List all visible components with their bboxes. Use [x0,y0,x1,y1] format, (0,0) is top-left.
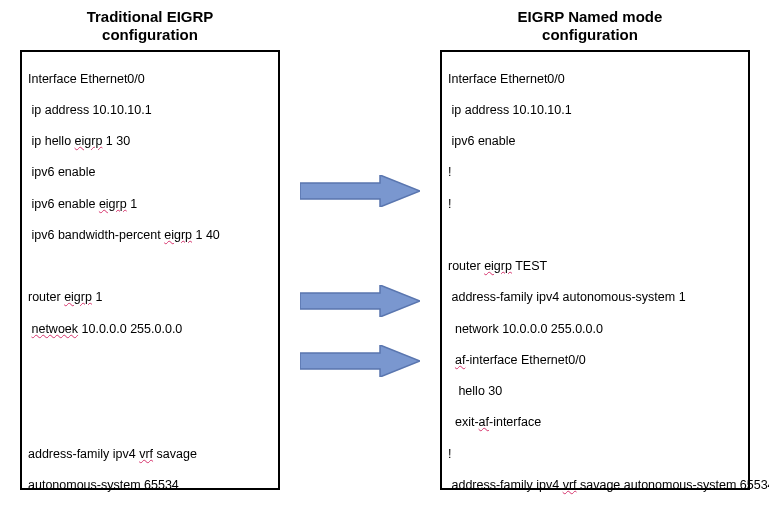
traditional-config-box: Interface Ethernet0/0 ip address 10.10.1… [20,50,280,490]
cfg-line: ! [448,197,742,213]
cfg-line: netwoek 10.0.0.0 255.0.0.0 [28,322,272,338]
arrow-icon [300,285,420,317]
cfg-line: ipv6 enable [448,134,742,150]
cfg-line: Interface Ethernet0/0 [28,72,272,88]
svg-marker-1 [300,285,420,317]
cfg-line: af-interface Ethernet0/0 [448,353,742,369]
arrow-icon [300,345,420,377]
cfg-line: address-family ipv4 autonomous-system 1 [448,290,742,306]
cfg-line: router eigrp TEST [448,259,742,275]
right-title-line1: EIGRP Named mode [518,8,663,25]
cfg-line [448,228,742,244]
cfg-line: address-family ipv4 vrf savage [28,447,272,463]
cfg-line: network 10.0.0.0 255.0.0.0 [448,322,742,338]
cfg-line: ip address 10.10.10.1 [448,103,742,119]
cfg-line: ipv6 enable eigrp 1 [28,197,272,213]
arrow-icon [300,175,420,207]
named-mode-config-box: Interface Ethernet0/0 ip address 10.10.1… [440,50,750,490]
cfg-line: ip hello eigrp 1 30 [28,134,272,150]
left-title: Traditional EIGRP configuration [50,8,250,44]
cfg-line: exit-af-interface [448,415,742,431]
cfg-line: router eigrp 1 [28,290,272,306]
cfg-line: ! [448,447,742,463]
cfg-line: autonomous-system 65534 [28,478,272,494]
cfg-line: ! [448,165,742,181]
cfg-line [28,353,272,369]
cfg-line [28,259,272,275]
right-title: EIGRP Named mode configuration [480,8,700,44]
cfg-line: hello 30 [448,384,742,400]
cfg-line [28,384,272,400]
cfg-line: ipv6 enable [28,165,272,181]
right-title-line2: configuration [542,26,638,43]
svg-marker-2 [300,345,420,377]
cfg-line [28,415,272,431]
cfg-line: ipv6 bandwidth-percent eigrp 1 40 [28,228,272,244]
cfg-line: Interface Ethernet0/0 [448,72,742,88]
cfg-line: ip address 10.10.10.1 [28,103,272,119]
cfg-line: address-family ipv4 vrf savage autonomou… [448,478,742,494]
left-title-line1: Traditional EIGRP [87,8,214,25]
svg-marker-0 [300,175,420,207]
left-title-line2: configuration [102,26,198,43]
